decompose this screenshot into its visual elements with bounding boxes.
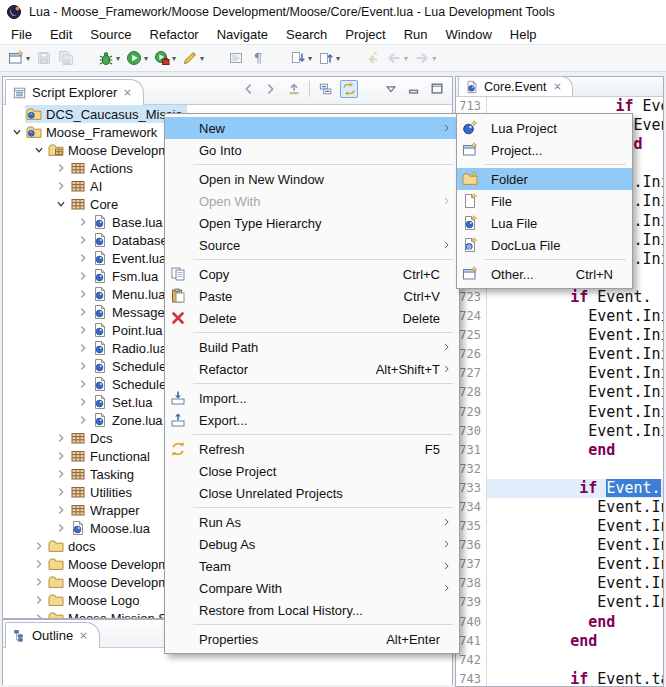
context-menu-item-open-in-new-window[interactable]: Open in New Window bbox=[165, 168, 459, 190]
dropdown-caret-icon[interactable]: ▾ bbox=[172, 54, 176, 63]
tree-item-content[interactable]: Core bbox=[69, 195, 122, 213]
chevron-collapsed-icon[interactable] bbox=[75, 395, 91, 409]
nav-forward-button[interactable] bbox=[262, 80, 280, 98]
tree-item-content[interactable]: Wrapper bbox=[69, 501, 144, 519]
tree-item-content[interactable]: Moose.lua bbox=[69, 519, 154, 537]
context-menu-item-open-with[interactable]: Open With bbox=[165, 190, 459, 212]
chevron-collapsed-icon[interactable] bbox=[75, 413, 91, 427]
tree-item-content[interactable]: Moose Mission Se bbox=[47, 609, 178, 618]
save-button[interactable] bbox=[33, 46, 55, 70]
context-menu-item-new[interactable]: New bbox=[165, 117, 459, 139]
context-menu-item-team[interactable]: Team bbox=[165, 555, 459, 577]
nav-up-button[interactable] bbox=[285, 80, 303, 98]
close-icon[interactable] bbox=[78, 630, 89, 641]
context-menu-item-debug-as[interactable]: Debug As bbox=[165, 533, 459, 555]
dropdown-caret-icon[interactable]: ▾ bbox=[26, 54, 30, 63]
menubar-item-help[interactable]: Help bbox=[501, 26, 546, 43]
chevron-collapsed-icon[interactable] bbox=[75, 323, 91, 337]
context-menu-item-refresh[interactable]: RefreshF5 bbox=[165, 438, 459, 460]
tree-item-content[interactable]: Utilities bbox=[69, 483, 136, 501]
chevron-collapsed-icon[interactable] bbox=[75, 305, 91, 319]
new-submenu-item-project[interactable]: Project... bbox=[457, 139, 632, 161]
context-menu-item-go-into[interactable]: Go Into bbox=[165, 139, 459, 161]
tree-item-content[interactable]: Radio.lua bbox=[91, 339, 171, 357]
tree-item-content[interactable]: DCS_Caucasus_Missio bbox=[25, 105, 187, 123]
chevron-collapsed-icon[interactable] bbox=[75, 215, 91, 229]
dropdown-caret-icon[interactable]: ▾ bbox=[116, 54, 120, 63]
dropdown-caret-icon[interactable]: ▾ bbox=[144, 54, 148, 63]
tree-item-content[interactable]: Functional bbox=[69, 447, 154, 465]
menubar-item-source[interactable]: Source bbox=[81, 26, 140, 43]
tree-item-content[interactable]: Base.lua bbox=[91, 213, 167, 231]
chevron-collapsed-icon[interactable] bbox=[31, 539, 47, 553]
tree-item-content[interactable]: Fsm.lua bbox=[91, 267, 162, 285]
context-menu-item-export[interactable]: Export... bbox=[165, 409, 459, 431]
run-button[interactable]: ▾ bbox=[123, 46, 151, 70]
chevron-collapsed-icon[interactable] bbox=[75, 377, 91, 391]
link-with-editor-button[interactable] bbox=[340, 80, 358, 98]
dropdown-caret-icon[interactable]: ▾ bbox=[432, 54, 436, 63]
chevron-collapsed-icon[interactable] bbox=[53, 449, 69, 463]
chevron-collapsed-icon[interactable] bbox=[75, 287, 91, 301]
close-icon[interactable] bbox=[122, 87, 133, 98]
tree-item-content[interactable]: AI bbox=[69, 177, 106, 195]
tree-item-content[interactable]: Dcs bbox=[69, 429, 116, 447]
chevron-collapsed-icon[interactable] bbox=[75, 359, 91, 373]
new-submenu-item-lua-project[interactable]: Lua Project bbox=[457, 117, 632, 139]
chevron-collapsed-icon[interactable] bbox=[53, 179, 69, 193]
menubar-item-run[interactable]: Run bbox=[395, 26, 437, 43]
tree-item-content[interactable]: Actions bbox=[69, 159, 137, 177]
tab-script-explorer[interactable]: Script Explorer bbox=[5, 79, 144, 105]
menubar-item-refactor[interactable]: Refactor bbox=[141, 26, 208, 43]
context-menu-item-paste[interactable]: PasteCtrl+V bbox=[165, 285, 459, 307]
save-all-button[interactable] bbox=[55, 46, 77, 70]
maximize-button[interactable] bbox=[428, 80, 446, 98]
tree-item-content[interactable]: Menu.lua bbox=[91, 285, 169, 303]
close-icon[interactable] bbox=[552, 81, 563, 92]
chevron-collapsed-icon[interactable] bbox=[75, 269, 91, 283]
tree-item-content[interactable]: docs bbox=[47, 537, 99, 555]
dropdown-caret-icon[interactable]: ▾ bbox=[336, 54, 340, 63]
context-menu-item-close-unrelated-projects[interactable]: Close Unrelated Projects bbox=[165, 482, 459, 504]
context-menu-item-delete[interactable]: DeleteDelete bbox=[165, 307, 459, 329]
context-menu-item-source[interactable]: Source bbox=[165, 234, 459, 256]
chevron-collapsed-icon[interactable] bbox=[75, 251, 91, 265]
dropdown-caret-icon[interactable]: ▾ bbox=[200, 54, 204, 63]
chevron-collapsed-icon[interactable] bbox=[31, 593, 47, 607]
forward-button[interactable]: ▾ bbox=[411, 46, 439, 70]
chevron-collapsed-icon[interactable] bbox=[53, 161, 69, 175]
chevron-collapsed-icon[interactable] bbox=[75, 341, 91, 355]
view-menu-button[interactable] bbox=[382, 80, 400, 98]
block-selection-button[interactable] bbox=[225, 46, 247, 70]
tree-item-content[interactable]: Set.lua bbox=[91, 393, 156, 411]
dropdown-caret-icon[interactable]: ▾ bbox=[404, 54, 408, 63]
tree-item-content[interactable]: Tasking bbox=[69, 465, 138, 483]
back-button[interactable]: ▾ bbox=[383, 46, 411, 70]
context-menu-item-build-path[interactable]: Build Path bbox=[165, 336, 459, 358]
menubar-item-navigate[interactable]: Navigate bbox=[208, 26, 277, 43]
tree-item-content[interactable]: Moose Logo bbox=[47, 591, 144, 609]
tree-item-content[interactable]: Moose Developme bbox=[47, 141, 180, 159]
next-annotation-button[interactable]: ▾ bbox=[287, 46, 315, 70]
last-edit-location-button[interactable] bbox=[361, 46, 383, 70]
chevron-collapsed-icon[interactable] bbox=[53, 521, 69, 535]
new-wizard-button[interactable]: ▾ bbox=[5, 46, 33, 70]
context-menu-item-import[interactable]: Import... bbox=[165, 387, 459, 409]
context-menu-item-compare-with[interactable]: Compare With bbox=[165, 577, 459, 599]
new-submenu-item-doclua-file[interactable]: @DocLua File bbox=[457, 234, 632, 256]
context-menu-item-open-type-hierarchy[interactable]: Open Type Hierarchy bbox=[165, 212, 459, 234]
context-menu-item-restore-from-local-history[interactable]: Restore from Local History... bbox=[165, 599, 459, 621]
tree-item-content[interactable]: Moose Developme bbox=[47, 555, 180, 573]
chevron-expanded-icon[interactable] bbox=[53, 197, 69, 211]
tree-item-content[interactable]: Zone.lua bbox=[91, 411, 167, 429]
menubar-item-project[interactable]: Project bbox=[336, 26, 394, 43]
chevron-collapsed-icon[interactable] bbox=[75, 233, 91, 247]
context-menu-item-close-project[interactable]: Close Project bbox=[165, 460, 459, 482]
chevron-expanded-icon[interactable] bbox=[9, 125, 25, 139]
new-submenu-item-folder[interactable]: Folder bbox=[457, 168, 632, 190]
context-menu-item-copy[interactable]: CopyCtrl+C bbox=[165, 263, 459, 285]
external-tools-button[interactable]: ▾ bbox=[151, 46, 179, 70]
pencil-button[interactable]: ▾ bbox=[179, 46, 207, 70]
menubar-item-search[interactable]: Search bbox=[277, 26, 336, 43]
minimize-button[interactable] bbox=[405, 80, 423, 98]
